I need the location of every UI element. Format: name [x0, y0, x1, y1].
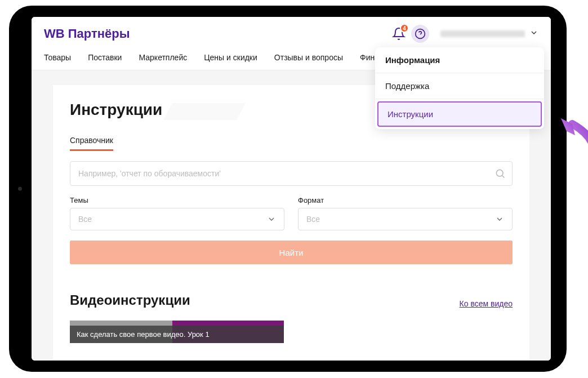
nav-prices[interactable]: Цены и скидки: [204, 53, 257, 62]
notifications-button[interactable]: 4: [392, 27, 406, 41]
video-section-header: Видеоинструкции Ко всем видео: [70, 292, 513, 308]
dropdown-item-support[interactable]: Поддержка: [375, 73, 544, 99]
chevron-down-icon: [529, 28, 538, 39]
nav-products[interactable]: Товары: [44, 53, 71, 62]
header: WB Партнёры 4 Информация: [32, 17, 551, 47]
search-icon: [495, 168, 506, 179]
format-select[interactable]: Все: [298, 208, 513, 230]
chevron-down-icon: [267, 215, 276, 224]
topic-value: Все: [78, 215, 92, 224]
dropdown-title: Информация: [375, 47, 544, 73]
all-videos-link[interactable]: Ко всем видео: [460, 299, 513, 308]
nav-supplies[interactable]: Поставки: [88, 53, 122, 62]
tab-row: Справочник: [70, 136, 513, 151]
nav-reviews[interactable]: Отзывы и вопросы: [274, 53, 343, 62]
filter-format: Формат Все: [298, 196, 513, 230]
nav-marketplace[interactable]: Маркетплейс: [139, 53, 187, 62]
filters: Темы Все Формат Все: [70, 196, 513, 230]
svg-line-3: [502, 176, 505, 178]
video-heading: Видеоинструкции: [70, 292, 190, 308]
video-card[interactable]: Как сделать свое первое видео. Урок 1: [70, 321, 284, 343]
filter-topic: Темы Все: [70, 196, 284, 230]
topic-select[interactable]: Все: [70, 208, 284, 230]
help-dropdown: Информация Поддержка Инструкции: [375, 47, 544, 129]
user-name: [440, 30, 525, 37]
tab-reference[interactable]: Справочник: [70, 136, 113, 151]
help-icon: [415, 28, 426, 39]
user-menu[interactable]: [440, 28, 538, 39]
svg-point-2: [496, 170, 503, 176]
chevron-down-icon: [495, 215, 504, 224]
video-card-title: Как сделать свое первое видео. Урок 1: [70, 326, 284, 343]
header-right: 4 Информация Поддержка Инструкции: [392, 25, 538, 43]
search-row: [70, 161, 513, 186]
notification-badge: 4: [400, 24, 409, 33]
logo: WB Партнёры: [44, 26, 130, 41]
screen: WB Партнёры 4 Информация: [32, 17, 551, 361]
topic-label: Темы: [70, 196, 284, 204]
page-title: Инструкции: [70, 101, 162, 119]
find-button[interactable]: Найти: [70, 241, 513, 264]
dropdown-item-instructions[interactable]: Инструкции: [377, 101, 542, 127]
tablet-frame: WB Партнёры 4 Информация: [9, 6, 567, 372]
help-button[interactable]: [411, 25, 429, 43]
format-value: Все: [306, 215, 320, 224]
search-input[interactable]: [70, 161, 513, 186]
format-label: Формат: [298, 196, 513, 204]
